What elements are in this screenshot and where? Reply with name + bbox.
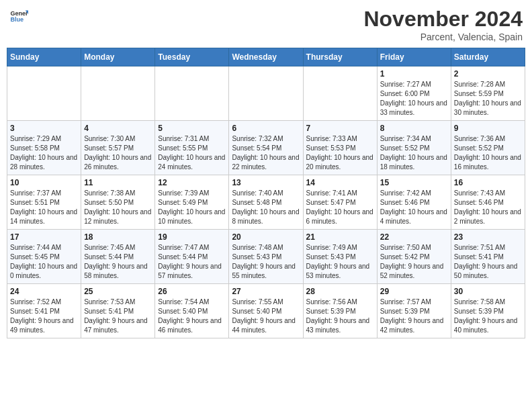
calendar-cell: 9Sunrise: 7:36 AMSunset: 5:52 PMDaylight… [451, 121, 525, 175]
day-number: 21 [306, 232, 374, 242]
weekday-header-thursday: Thursday [303, 48, 377, 66]
day-number: 18 [84, 232, 152, 242]
title-block: November 2024 Parcent, Valencia, Spain [363, 7, 523, 42]
day-number: 27 [232, 287, 300, 296]
day-number: 15 [380, 178, 448, 187]
day-number: 12 [158, 178, 226, 187]
day-number: 4 [84, 124, 152, 133]
day-info: Sunrise: 7:43 AMSunset: 5:46 PMDaylight:… [454, 189, 522, 226]
calendar-cell: 20Sunrise: 7:48 AMSunset: 5:43 PMDayligh… [229, 230, 303, 284]
day-info: Sunrise: 7:48 AMSunset: 5:43 PMDaylight:… [232, 243, 300, 281]
day-info: Sunrise: 7:44 AMSunset: 5:45 PMDaylight:… [10, 243, 78, 281]
calendar-cell: 5Sunrise: 7:31 AMSunset: 5:55 PMDaylight… [155, 121, 229, 175]
calendar-cell: 27Sunrise: 7:55 AMSunset: 5:40 PMDayligh… [229, 284, 303, 338]
day-number: 22 [380, 232, 448, 242]
day-number: 25 [84, 287, 152, 296]
weekday-header-tuesday: Tuesday [155, 48, 229, 66]
day-info: Sunrise: 7:34 AMSunset: 5:52 PMDaylight:… [380, 134, 448, 172]
weekday-header-friday: Friday [377, 48, 451, 66]
calendar-cell [303, 66, 377, 121]
calendar-cell: 19Sunrise: 7:47 AMSunset: 5:44 PMDayligh… [155, 230, 229, 284]
day-number: 7 [306, 124, 374, 133]
day-info: Sunrise: 7:31 AMSunset: 5:55 PMDaylight:… [158, 134, 226, 172]
weekday-header-wednesday: Wednesday [229, 48, 303, 66]
day-info: Sunrise: 7:57 AMSunset: 5:39 PMDaylight:… [380, 298, 448, 335]
day-number: 29 [380, 287, 448, 296]
day-number: 16 [454, 178, 522, 187]
day-info: Sunrise: 7:38 AMSunset: 5:50 PMDaylight:… [84, 189, 152, 226]
calendar-cell [81, 66, 155, 121]
calendar-week-2: 3Sunrise: 7:29 AMSunset: 5:58 PMDaylight… [7, 121, 525, 175]
calendar-cell: 16Sunrise: 7:43 AMSunset: 5:46 PMDayligh… [451, 175, 525, 230]
calendar-cell: 30Sunrise: 7:58 AMSunset: 5:39 PMDayligh… [451, 284, 525, 338]
day-info: Sunrise: 7:41 AMSunset: 5:47 PMDaylight:… [306, 189, 374, 226]
calendar-cell: 17Sunrise: 7:44 AMSunset: 5:45 PMDayligh… [7, 230, 81, 284]
day-info: Sunrise: 7:50 AMSunset: 5:42 PMDaylight:… [380, 243, 448, 281]
calendar-week-3: 10Sunrise: 7:37 AMSunset: 5:51 PMDayligh… [7, 175, 525, 230]
calendar-cell: 3Sunrise: 7:29 AMSunset: 5:58 PMDaylight… [7, 121, 81, 175]
day-info: Sunrise: 7:55 AMSunset: 5:40 PMDaylight:… [232, 298, 300, 335]
calendar-cell: 8Sunrise: 7:34 AMSunset: 5:52 PMDaylight… [377, 121, 451, 175]
day-info: Sunrise: 7:32 AMSunset: 5:54 PMDaylight:… [232, 134, 300, 172]
day-info: Sunrise: 7:56 AMSunset: 5:39 PMDaylight:… [306, 298, 374, 335]
day-info: Sunrise: 7:39 AMSunset: 5:49 PMDaylight:… [158, 189, 226, 226]
weekday-header-sunday: Sunday [7, 48, 81, 66]
calendar-week-4: 17Sunrise: 7:44 AMSunset: 5:45 PMDayligh… [7, 230, 525, 284]
calendar-cell: 15Sunrise: 7:42 AMSunset: 5:46 PMDayligh… [377, 175, 451, 230]
location-subtitle: Parcent, Valencia, Spain [363, 32, 523, 42]
month-title: November 2024 [363, 7, 523, 32]
calendar-cell: 14Sunrise: 7:41 AMSunset: 5:47 PMDayligh… [303, 175, 377, 230]
calendar-cell: 26Sunrise: 7:54 AMSunset: 5:40 PMDayligh… [155, 284, 229, 338]
calendar-body: 1Sunrise: 7:27 AMSunset: 6:00 PMDaylight… [7, 66, 525, 338]
weekday-header-saturday: Saturday [451, 48, 525, 66]
day-info: Sunrise: 7:49 AMSunset: 5:43 PMDaylight:… [306, 243, 374, 281]
calendar-cell [7, 66, 81, 121]
day-info: Sunrise: 7:58 AMSunset: 5:39 PMDaylight:… [454, 298, 522, 335]
day-number: 10 [10, 178, 78, 187]
svg-text:General: General [10, 10, 28, 17]
day-info: Sunrise: 7:45 AMSunset: 5:44 PMDaylight:… [84, 243, 152, 281]
day-number: 2 [454, 69, 522, 79]
calendar-cell: 29Sunrise: 7:57 AMSunset: 5:39 PMDayligh… [377, 284, 451, 338]
calendar-cell [229, 66, 303, 121]
day-info: Sunrise: 7:33 AMSunset: 5:53 PMDaylight:… [306, 134, 374, 172]
day-info: Sunrise: 7:51 AMSunset: 5:41 PMDaylight:… [454, 243, 522, 281]
page-header: General Blue November 2024 Parcent, Vale… [7, 7, 525, 42]
day-number: 28 [306, 287, 374, 296]
calendar-cell: 22Sunrise: 7:50 AMSunset: 5:42 PMDayligh… [377, 230, 451, 284]
day-number: 9 [454, 124, 522, 133]
calendar-week-5: 24Sunrise: 7:52 AMSunset: 5:41 PMDayligh… [7, 284, 525, 338]
calendar-cell: 13Sunrise: 7:40 AMSunset: 5:48 PMDayligh… [229, 175, 303, 230]
day-number: 19 [158, 232, 226, 242]
calendar-cell: 25Sunrise: 7:53 AMSunset: 5:41 PMDayligh… [81, 284, 155, 338]
day-number: 11 [84, 178, 152, 187]
logo: General Blue [9, 7, 28, 26]
day-number: 23 [454, 232, 522, 242]
calendar-cell: 2Sunrise: 7:28 AMSunset: 5:59 PMDaylight… [451, 66, 525, 121]
calendar-table: SundayMondayTuesdayWednesdayThursdayFrid… [7, 48, 525, 338]
day-info: Sunrise: 7:29 AMSunset: 5:58 PMDaylight:… [10, 134, 78, 172]
day-info: Sunrise: 7:36 AMSunset: 5:52 PMDaylight:… [454, 134, 522, 172]
day-number: 24 [10, 287, 78, 296]
calendar-cell: 7Sunrise: 7:33 AMSunset: 5:53 PMDaylight… [303, 121, 377, 175]
day-number: 14 [306, 178, 374, 187]
calendar-cell: 23Sunrise: 7:51 AMSunset: 5:41 PMDayligh… [451, 230, 525, 284]
calendar-cell: 4Sunrise: 7:30 AMSunset: 5:57 PMDaylight… [81, 121, 155, 175]
day-info: Sunrise: 7:42 AMSunset: 5:46 PMDaylight:… [380, 189, 448, 226]
weekday-header-monday: Monday [81, 48, 155, 66]
logo-icon: General Blue [9, 7, 28, 26]
calendar-cell: 21Sunrise: 7:49 AMSunset: 5:43 PMDayligh… [303, 230, 377, 284]
calendar-cell: 6Sunrise: 7:32 AMSunset: 5:54 PMDaylight… [229, 121, 303, 175]
weekday-header-row: SundayMondayTuesdayWednesdayThursdayFrid… [7, 48, 525, 66]
calendar-cell [155, 66, 229, 121]
calendar-cell: 12Sunrise: 7:39 AMSunset: 5:49 PMDayligh… [155, 175, 229, 230]
day-number: 13 [232, 178, 300, 187]
day-number: 20 [232, 232, 300, 242]
day-info: Sunrise: 7:40 AMSunset: 5:48 PMDaylight:… [232, 189, 300, 226]
day-number: 6 [232, 124, 300, 133]
day-info: Sunrise: 7:52 AMSunset: 5:41 PMDaylight:… [10, 298, 78, 335]
calendar-cell: 10Sunrise: 7:37 AMSunset: 5:51 PMDayligh… [7, 175, 81, 230]
calendar-cell: 1Sunrise: 7:27 AMSunset: 6:00 PMDaylight… [377, 66, 451, 121]
calendar-cell: 28Sunrise: 7:56 AMSunset: 5:39 PMDayligh… [303, 284, 377, 338]
day-number: 30 [454, 287, 522, 296]
